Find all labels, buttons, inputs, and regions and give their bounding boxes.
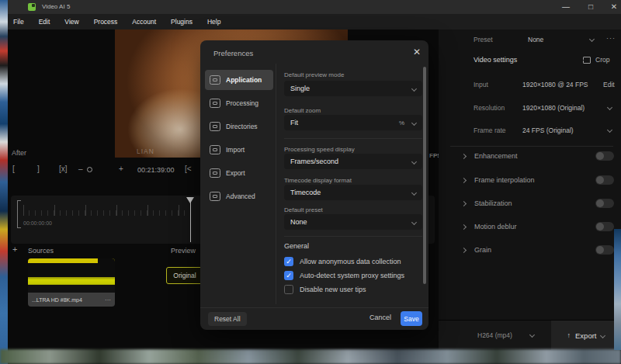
- menu-account[interactable]: Account: [130, 16, 158, 27]
- checkbox-proxy-settings[interactable]: ✓ Auto-detect system proxy settings: [284, 270, 404, 281]
- default-zoom-select[interactable]: Fit %: [284, 115, 422, 130]
- enhancement-label[interactable]: Enhancement: [474, 152, 518, 160]
- close-button[interactable]: ✕: [607, 2, 621, 11]
- sidebar-item-label: Processing: [226, 99, 258, 107]
- playhead-line: [190, 202, 191, 242]
- dialog-scrollbar[interactable]: [423, 67, 426, 284]
- motion-deblur-label[interactable]: Motion deblur: [474, 223, 517, 231]
- clip-footer: ...LTRA HD #8K.mp4 ···: [28, 293, 115, 307]
- menu-file[interactable]: File: [11, 16, 26, 27]
- grain-chevron-right-icon[interactable]: [461, 248, 467, 253]
- default-preview-mode-select[interactable]: Single: [284, 81, 422, 96]
- crop-icon[interactable]: [583, 57, 591, 64]
- timeline-in-bracket[interactable]: [17, 200, 21, 228]
- reset-all-label: Reset All: [214, 315, 241, 323]
- preview-mode-label: Preview: [171, 247, 196, 255]
- sidebar-item-export[interactable]: Export: [205, 163, 273, 183]
- enhancement-toggle[interactable]: [595, 151, 614, 161]
- menu-view[interactable]: View: [62, 16, 81, 27]
- grain-toggle[interactable]: [595, 245, 614, 255]
- import-icon: [210, 145, 220, 154]
- reset-all-button[interactable]: Reset All: [208, 312, 247, 326]
- frame-interpolation-label[interactable]: Frame interpolation: [474, 176, 535, 184]
- enhancement-chevron-right-icon[interactable]: [461, 154, 467, 159]
- after-label: After: [12, 149, 26, 157]
- menu-plugins[interactable]: Plugins: [168, 16, 195, 27]
- checkbox-anonymous-data[interactable]: ✓ Allow anonymous data collection: [284, 256, 401, 267]
- select-value: None: [290, 218, 408, 226]
- checkbox-disable-tips[interactable]: ✓ Disable new user tips: [284, 284, 366, 295]
- sidebar-item-processing[interactable]: Processing: [205, 93, 273, 113]
- zoom-out-button[interactable]: –: [78, 165, 83, 173]
- preset-value[interactable]: None: [528, 36, 543, 43]
- source-clip-card[interactable]: ...LTRA HD #8K.mp4 ···: [28, 258, 115, 307]
- checkbox-box[interactable]: ✓: [284, 285, 293, 294]
- timecode-format-label: Timecode display format: [284, 177, 352, 184]
- check-icon: ✓: [286, 272, 292, 279]
- export-button[interactable]: ↑ Export: [551, 321, 621, 350]
- menu-edit[interactable]: Edit: [36, 16, 53, 27]
- add-source-button[interactable]: +: [12, 244, 17, 254]
- checkbox-label: Disable new user tips: [300, 286, 366, 293]
- checkbox-label: Allow anonymous data collection: [300, 258, 401, 265]
- stabilization-chevron-right-icon[interactable]: [461, 201, 467, 206]
- frame-interpolation-chevron-right-icon[interactable]: [461, 178, 467, 183]
- preset-chevron-down-icon[interactable]: [589, 36, 595, 42]
- set-out-point-button[interactable]: ]: [37, 165, 40, 173]
- save-label: Save: [404, 315, 418, 323]
- prev-frame-button[interactable]: [<: [185, 165, 192, 173]
- menu-help[interactable]: Help: [205, 16, 223, 27]
- clear-marks-button[interactable]: [x]: [59, 165, 68, 173]
- clip-menu-button[interactable]: ···: [105, 296, 111, 303]
- sidebar-item-directories[interactable]: Directories: [205, 116, 273, 137]
- checkbox-box[interactable]: ✓: [284, 271, 293, 280]
- framerate-chevron-down-icon[interactable]: [607, 127, 612, 133]
- original-toggle-label: Original: [173, 272, 196, 279]
- check-icon: ✓: [286, 258, 292, 265]
- processing-speed-select[interactable]: Frames/second: [284, 154, 422, 169]
- checkbox-box[interactable]: ✓: [284, 257, 293, 266]
- settings-panel: Preset None ··· Video settings Crop Inpu…: [439, 29, 621, 349]
- zoom-slider-knob[interactable]: [87, 167, 92, 172]
- default-zoom-label: Default zoom: [284, 107, 321, 114]
- grain-label[interactable]: Grain: [474, 246, 491, 254]
- menu-process[interactable]: Process: [92, 16, 120, 27]
- input-edit-button[interactable]: Edit: [603, 81, 615, 88]
- stabilization-toggle[interactable]: [595, 199, 614, 208]
- save-button[interactable]: Save: [401, 311, 422, 326]
- sidebar-item-label: Export: [226, 169, 245, 177]
- resolution-value[interactable]: 1920×1080 (Original): [522, 104, 585, 112]
- folder-icon: [210, 122, 220, 131]
- title-bar[interactable]: Video AI 5 — □ ✕: [8, 0, 621, 14]
- sidebar-item-label: Advanced: [226, 192, 255, 200]
- sidebar-item-import[interactable]: Import: [205, 140, 273, 160]
- framerate-value[interactable]: 24 FPS (Original): [522, 127, 574, 134]
- set-in-point-button[interactable]: [: [12, 165, 15, 173]
- timecode-format-select[interactable]: Timecode: [284, 185, 422, 200]
- format-chevron-down-icon[interactable]: [529, 332, 535, 338]
- stabilization-label[interactable]: Stabilization: [474, 199, 512, 207]
- preset-menu-button[interactable]: ···: [606, 34, 616, 42]
- sidebar-item-label: Directories: [226, 123, 258, 130]
- default-preset-select[interactable]: None: [284, 214, 422, 230]
- advanced-icon: [210, 192, 220, 201]
- export-format-select[interactable]: H264 (mp4): [477, 331, 512, 339]
- cancel-button[interactable]: Cancel: [369, 314, 391, 321]
- crop-button[interactable]: Crop: [595, 56, 609, 64]
- dialog-close-button[interactable]: ✕: [413, 47, 421, 57]
- general-heading: General: [284, 242, 309, 250]
- original-toggle-button[interactable]: Original: [166, 267, 203, 284]
- dialog-title: Preferences: [213, 49, 253, 57]
- zoom-in-button[interactable]: +: [119, 165, 123, 173]
- default-preset-label: Default preset: [284, 206, 323, 213]
- sidebar-item-advanced[interactable]: Advanced: [205, 186, 273, 206]
- export-chevron-down-icon[interactable]: [600, 332, 605, 338]
- resolution-chevron-down-icon[interactable]: [607, 105, 612, 110]
- sidebar-item-application[interactable]: Application: [205, 70, 273, 90]
- frame-interpolation-toggle[interactable]: [595, 175, 614, 185]
- timeline-ruler[interactable]: [23, 205, 188, 216]
- motion-deblur-chevron-right-icon[interactable]: [461, 224, 467, 230]
- maximize-button[interactable]: □: [584, 2, 598, 11]
- minimize-button[interactable]: —: [559, 2, 573, 11]
- motion-deblur-toggle[interactable]: [595, 222, 614, 231]
